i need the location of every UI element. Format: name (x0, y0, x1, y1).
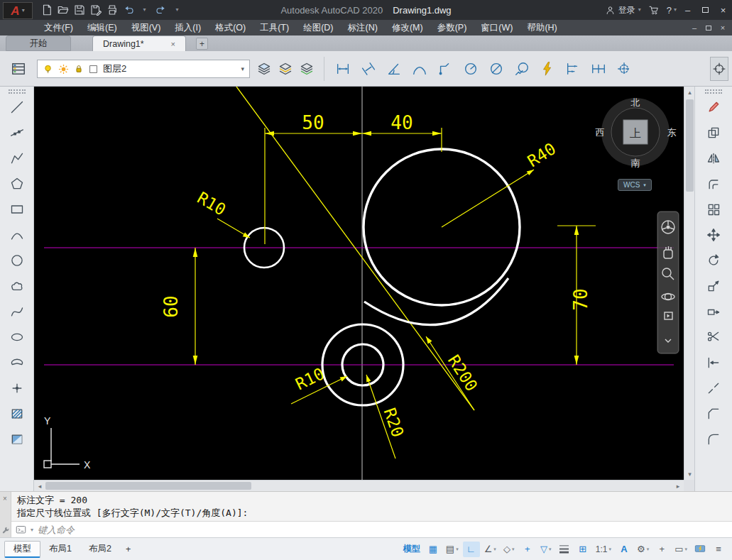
scale-tool[interactable] (699, 274, 728, 298)
vertical-scrollbar[interactable]: ▴ ▾ (684, 87, 694, 480)
minimize-button[interactable]: – (679, 0, 697, 20)
dim-aligned-button[interactable] (358, 57, 379, 80)
workspace-switcher[interactable]: ⚙▾ (634, 542, 652, 557)
undo-history-button[interactable]: ▾ (136, 2, 153, 18)
polygon-tool[interactable] (3, 172, 31, 196)
isodraft-toggle[interactable]: ◇▾ (501, 542, 518, 557)
menu-file[interactable]: 文件(F) (37, 20, 80, 35)
dim-style-button[interactable] (710, 57, 728, 81)
menu-modify[interactable]: 修改(M) (385, 20, 430, 35)
plot-button[interactable] (104, 2, 120, 18)
compass-west-label[interactable]: 西 (596, 127, 605, 138)
command-close-icon[interactable]: × (3, 495, 7, 503)
grid-display-toggle[interactable]: ▦ (425, 542, 442, 557)
view-compass[interactable]: 上 北 南 东 西 (596, 97, 677, 168)
break-tool[interactable] (699, 376, 728, 400)
scroll-left-arrow[interactable]: ◂ (35, 481, 44, 491)
open-file-button[interactable] (55, 2, 71, 18)
compass-east-label[interactable]: 东 (667, 127, 677, 138)
customize-wrench-icon[interactable] (1, 526, 11, 535)
object-snap-tracking-toggle[interactable]: + (519, 542, 536, 557)
quick-properties-toggle[interactable]: ▭▾ (672, 542, 690, 557)
copy-tool[interactable] (699, 121, 728, 145)
arc-tool[interactable] (3, 223, 31, 247)
dim-linear-button[interactable] (332, 57, 354, 80)
new-drawing-tab-button[interactable]: + (196, 38, 208, 50)
palette-grip[interactable] (9, 89, 26, 94)
new-layout-button[interactable]: + (120, 541, 136, 558)
dim-baseline-button[interactable] (562, 57, 584, 80)
rotate-tool[interactable] (699, 248, 728, 273)
annotation-visibility-toggle[interactable]: A (616, 542, 633, 557)
dim-radius-button[interactable] (460, 57, 481, 80)
model-paper-toggle[interactable]: 模型 (400, 542, 423, 557)
command-history[interactable]: 标注文字 = 200 指定尺寸线位置或 [多行文字(M)/文字(T)/角度(A)… (11, 492, 732, 521)
object-snap-toggle[interactable]: ▽▾ (537, 542, 555, 557)
rectangle-tool[interactable] (3, 197, 31, 221)
dim-continue-button[interactable] (588, 57, 609, 80)
revision-cloud-tool[interactable] (3, 274, 31, 298)
customize-button[interactable]: ≡ (710, 542, 727, 557)
tab-drawing1[interactable]: Drawing1* × (92, 35, 186, 51)
lineweight-toggle[interactable] (556, 542, 573, 557)
menu-format[interactable]: 格式(O) (208, 20, 253, 35)
menu-help[interactable]: 帮助(H) (520, 20, 564, 35)
dim-arc-length-button[interactable] (409, 57, 430, 80)
spline-tool[interactable] (3, 300, 31, 324)
save-as-button[interactable] (87, 2, 104, 18)
annotation-monitor[interactable]: + (653, 542, 670, 557)
layer-select-dropdown[interactable]: 图层2 ▾ (37, 60, 250, 78)
redo-button[interactable] (153, 2, 169, 18)
menu-view[interactable]: 视图(V) (124, 20, 168, 35)
signin-button[interactable]: 登录 ▾ (605, 4, 641, 16)
mirror-tool[interactable] (699, 146, 728, 170)
doc-minimize-button[interactable]: – (688, 21, 701, 34)
offset-tool[interactable] (699, 172, 728, 196)
quick-dimension-button[interactable] (537, 57, 558, 80)
ellipse-arc-tool[interactable] (3, 351, 31, 375)
erase-tool[interactable] (699, 95, 728, 119)
extend-tool[interactable] (699, 351, 728, 375)
polar-tracking-toggle[interactable]: ∠▾ (481, 542, 499, 557)
compass-north-label[interactable]: 北 (631, 97, 640, 108)
close-button[interactable]: × (714, 0, 732, 20)
save-button[interactable] (71, 2, 87, 18)
menu-insert[interactable]: 插入(I) (168, 20, 208, 35)
layout-tab-model[interactable]: 模型 (4, 541, 40, 558)
dynamic-input-toggle[interactable]: ⊞ (574, 542, 591, 557)
ucs-icon[interactable]: Y X (44, 415, 91, 471)
gradient-tool[interactable] (3, 427, 31, 451)
layout-tab-layout2[interactable]: 布局2 (80, 541, 120, 558)
dim-diameter-button[interactable] (486, 57, 507, 80)
array-tool[interactable] (699, 197, 728, 221)
menu-parametric[interactable]: 参数(P) (430, 20, 474, 35)
drawing-canvas[interactable]: 50 40 60 70 R40 (34, 87, 684, 480)
stretch-tool[interactable] (699, 300, 728, 324)
menu-edit[interactable]: 编辑(E) (80, 20, 124, 35)
app-menu-button[interactable]: A ▾ (3, 2, 33, 19)
chamfer-tool[interactable] (699, 402, 728, 426)
maximize-button[interactable] (697, 0, 714, 20)
polyline-tool[interactable] (3, 146, 31, 170)
point-tool[interactable] (3, 376, 31, 400)
ortho-toggle[interactable]: ∟ (463, 542, 480, 557)
command-input[interactable]: ▾ 键入命令 (11, 521, 732, 538)
qat-customize-button[interactable]: ▾ (169, 2, 185, 18)
layer-state-button[interactable] (254, 58, 274, 79)
dim-jogged-button[interactable] (511, 57, 532, 80)
construction-line-tool[interactable] (3, 121, 31, 145)
palette-grip[interactable] (705, 89, 722, 94)
horizontal-scrollbar[interactable]: ◂ ▸ (34, 480, 684, 491)
trim-tool[interactable] (699, 325, 728, 349)
fillet-tool[interactable] (699, 427, 728, 451)
dim-center-mark-button[interactable] (613, 57, 635, 80)
navigation-bar[interactable] (657, 212, 679, 353)
annotation-scale[interactable]: 1:1▾ (593, 542, 614, 557)
menu-draw[interactable]: 绘图(D) (296, 20, 340, 35)
move-tool[interactable] (699, 223, 728, 247)
horizontal-scroll-thumb[interactable] (45, 482, 251, 490)
layout-tab-layout1[interactable]: 布局1 (40, 541, 80, 558)
scroll-up-arrow[interactable]: ▴ (684, 88, 695, 97)
undo-button[interactable] (120, 2, 136, 18)
layer-isolate-button[interactable] (275, 58, 295, 79)
